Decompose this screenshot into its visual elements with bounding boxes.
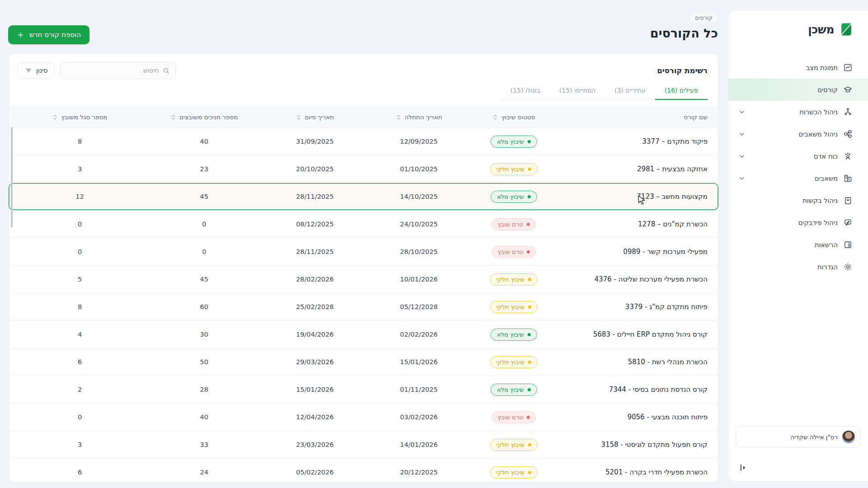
status-cell: שיבוץ חלקי [465,466,562,479]
status-badge: שיבוץ חלקי [490,439,538,451]
sidebar-item-3[interactable]: ניהול משאבים [728,123,868,145]
status-dot [528,140,531,143]
trainees-count-cell: 50 [151,358,257,366]
tab-2[interactable]: הסתיימו (15) [550,82,605,100]
column-header-end[interactable]: תאריך סיום [257,113,373,121]
end-date-cell: 29/03/2026 [257,358,373,366]
trainees-count-cell: 28 [151,386,257,393]
column-header-start[interactable]: תאריך התחלה [373,113,465,121]
start-date-cell: 14/10/2025 [373,193,465,200]
tab-0[interactable]: פעילים (16) [655,82,708,100]
status-dot [528,305,531,309]
filter-label: סינון [36,67,47,74]
table-row[interactable]: קורס תפעול מתקדם לוגיסטי - 3158 שיבוץ חל… [9,431,718,459]
column-header-trainees[interactable]: מספר חניכים משובצים [151,113,257,121]
end-date-cell: 15/01/2026 [257,386,373,393]
status-cell: טרם שובץ [465,218,562,230]
status-cell: שיבוץ חלקי [465,163,562,175]
table-body: פיקוד מתקדם – 3377 שיבוץ מלא 12/09/2025 … [9,128,718,483]
trainees-count-cell: 0 [151,221,257,228]
staff-count-cell: 12 [9,193,151,200]
course-name-cell: קורס ניהול מתקדם ERP חיילים - 5683 [562,330,718,338]
table-row[interactable]: פיקוד מתקדם – 3377 שיבוץ מלא 12/09/2025 … [9,128,718,155]
staff-count-cell: 0 [9,221,151,228]
scrollbar-thumb[interactable] [11,127,13,227]
sidebar-collapse-icon[interactable] [739,463,748,472]
table-row[interactable]: אחזקה מבצעית – 2981 שיבוץ חלקי 01/10/202… [9,155,718,183]
trainees-count-cell: 0 [151,248,257,255]
avatar [842,431,855,443]
status-cell: שיבוץ מלא [465,191,562,203]
sidebar-item-8[interactable]: הרשאות [728,234,868,256]
sidebar-item-6[interactable]: ניהול בקשות [728,189,868,211]
status-dot [528,361,531,364]
add-course-button[interactable]: הוספת קורס חדש [8,25,90,44]
table-row[interactable]: מפעילי מערכות קשר - 0989 טרם שובץ 28/10/… [9,238,718,266]
table-row[interactable]: קורס ניהול מתקדם ERP חיילים - 5683 שיבוץ… [9,321,718,348]
breadcrumb[interactable]: קורסים [689,13,718,23]
feedback-icon [843,218,853,227]
sort-icon [492,114,498,121]
status-badge: שיבוץ חלקי [490,356,538,368]
sidebar-item-1[interactable]: קורסים [728,79,868,101]
column-header-staff[interactable]: מספר סגל משובץ [9,113,151,121]
status-dot [527,416,530,419]
plus-icon [17,31,24,39]
course-name-cell: הכשרת מפעילי חדרי בקרה - 5201 [562,468,718,476]
end-date-cell: 23/03/2026 [257,441,373,448]
add-course-label: הוספת קורס חדש [29,31,81,39]
courses-card: רשימת קורסים סינון פעילים (16) עתידיים (… [8,53,719,483]
scrollbar[interactable] [11,121,13,483]
filter-button[interactable]: סינון [18,62,55,79]
start-date-cell: 12/09/2025 [373,138,465,145]
user-card[interactable]: רס"ן איילה שקדיה [736,426,861,448]
tab-1[interactable]: עתידיים (3) [605,82,655,100]
training-management-icon [843,107,853,117]
sidebar-item-2[interactable]: ניהול הכשרות [728,101,868,123]
resource-management-icon [843,129,853,139]
status-dot [528,168,531,171]
app-screen: משכן תמונת מצב קורסים ניהול הכשרות ניהול… [0,0,868,488]
app-logo: משכן [728,10,868,38]
tab-3[interactable]: בוטלו (15) [501,82,550,100]
column-header-status[interactable]: סטטוס שיבוץ [465,113,562,121]
filter-icon [25,67,32,74]
sidebar-item-4[interactable]: כוח אדם [728,145,868,167]
sidebar-item-9[interactable]: הגדרות [728,256,868,278]
status-badge: שיבוץ חלקי [490,301,538,313]
search-icon [162,67,170,75]
status-badge: שיבוץ מלא [491,384,537,396]
end-date-cell: 08/12/2025 [257,221,373,228]
requests-icon [843,196,853,205]
sidebar-nav: תמונת מצב קורסים ניהול הכשרות ניהול משאב… [728,56,868,278]
sidebar-item-0[interactable]: תמונת מצב [728,56,868,79]
start-date-cell: 14/01/2026 [373,441,465,448]
table-row[interactable]: מקצועות מחשב – 7123 שיבוץ מלא 14/10/2025… [9,183,718,211]
manpower-icon [843,151,853,161]
search-input-wrapper [60,62,176,79]
trainees-count-cell: 45 [151,276,257,283]
chevron-down-icon [738,175,745,182]
table-row[interactable]: הכשרת קמ"נים – 1278 טרם שובץ 24/10/2025 … [9,211,718,238]
status-cell: שיבוץ מלא [465,136,562,148]
end-date-cell: 31/09/2025 [257,138,373,145]
status-cell: שיבוץ חלקי [465,301,562,313]
status-dot [528,443,531,446]
table-row[interactable]: הכשרת מנהלי רשת - 5810 שיבוץ חלקי 15/01/… [9,348,718,376]
status-badge: שיבוץ מלא [491,191,537,203]
table-row[interactable]: קורס הנדסת נתונים בסיסי - 7344 שיבוץ מלא… [9,376,718,404]
table-row[interactable]: הכשרת מפעילי מערכות שליטה - 4376 שיבוץ ח… [9,266,718,293]
staff-count-cell: 3 [9,165,151,173]
table-row[interactable]: פיתוח מתקדם קמ"ג - 3379 שיבוץ חלקי 05/12… [9,293,718,321]
staff-count-cell: 8 [9,138,151,145]
sidebar-item-5[interactable]: משאבים [728,167,868,189]
end-date-cell: 12/04/2026 [257,413,373,421]
app-name: משכן [808,23,834,36]
table-row[interactable]: הכשרת מפעילי חדרי בקרה - 5201 שיבוץ חלקי… [9,459,718,483]
end-date-cell: 25/02/2028 [257,303,373,310]
search-input[interactable] [66,67,159,74]
table-row[interactable]: פיתוח תוכנה מבצעי - 9056 טרם שובץ 03/02/… [9,404,718,431]
sidebar-item-7[interactable]: ניהול פידבקים [728,211,868,234]
trainees-count-cell: 40 [151,413,257,421]
start-date-cell: 20/12/2025 [373,469,465,476]
